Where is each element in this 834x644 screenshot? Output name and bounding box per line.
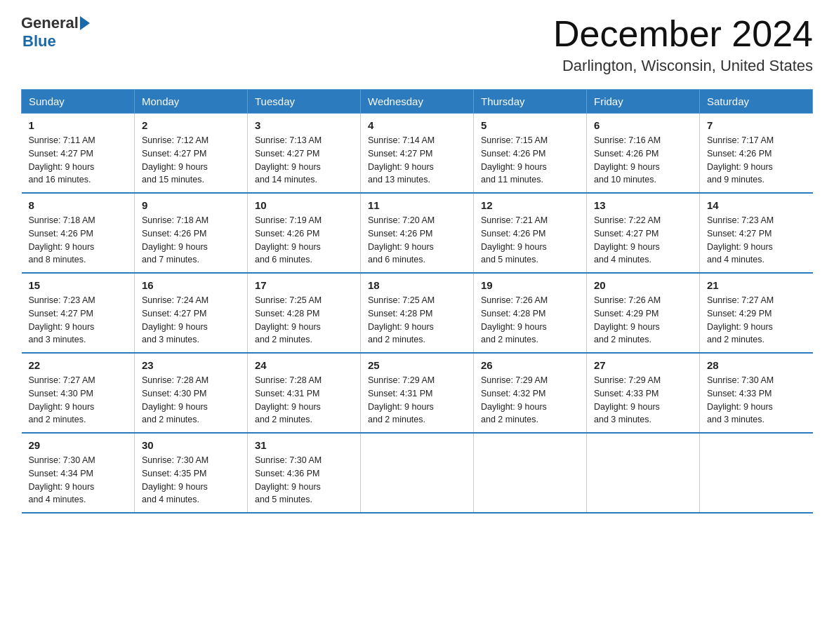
calendar-cell: 3Sunrise: 7:13 AMSunset: 4:27 PMDaylight…: [248, 114, 361, 194]
day-number: 26: [481, 359, 579, 371]
day-info: Sunrise: 7:29 AMSunset: 4:32 PMDaylight:…: [481, 374, 579, 427]
day-number: 9: [142, 199, 240, 211]
calendar-cell: 21Sunrise: 7:27 AMSunset: 4:29 PMDayligh…: [700, 273, 813, 353]
weekday-header-thursday: Thursday: [474, 90, 587, 114]
calendar-cell: [474, 433, 587, 513]
day-info: Sunrise: 7:16 AMSunset: 4:26 PMDaylight:…: [594, 134, 692, 187]
day-info: Sunrise: 7:20 AMSunset: 4:26 PMDaylight:…: [368, 214, 466, 267]
day-number: 4: [368, 119, 466, 131]
weekday-header-tuesday: Tuesday: [248, 90, 361, 114]
calendar-header-row: SundayMondayTuesdayWednesdayThursdayFrid…: [22, 90, 813, 114]
calendar-cell: 4Sunrise: 7:14 AMSunset: 4:27 PMDaylight…: [361, 114, 474, 194]
calendar-cell: [700, 433, 813, 513]
calendar-cell: 11Sunrise: 7:20 AMSunset: 4:26 PMDayligh…: [361, 193, 474, 273]
day-number: 6: [594, 119, 692, 131]
title-section: December 2024 Darlington, Wisconsin, Uni…: [553, 14, 813, 75]
day-info: Sunrise: 7:25 AMSunset: 4:28 PMDaylight:…: [368, 294, 466, 347]
day-number: 22: [29, 359, 128, 371]
day-info: Sunrise: 7:23 AMSunset: 4:27 PMDaylight:…: [707, 214, 806, 267]
day-info: Sunrise: 7:11 AMSunset: 4:27 PMDaylight:…: [29, 134, 128, 187]
calendar-cell: 10Sunrise: 7:19 AMSunset: 4:26 PMDayligh…: [248, 193, 361, 273]
calendar-cell: 23Sunrise: 7:28 AMSunset: 4:30 PMDayligh…: [135, 353, 248, 433]
day-info: Sunrise: 7:30 AMSunset: 4:36 PMDaylight:…: [255, 454, 353, 507]
calendar-cell: 27Sunrise: 7:29 AMSunset: 4:33 PMDayligh…: [587, 353, 700, 433]
calendar-cell: 16Sunrise: 7:24 AMSunset: 4:27 PMDayligh…: [135, 273, 248, 353]
day-number: 8: [29, 199, 128, 211]
calendar-cell: 15Sunrise: 7:23 AMSunset: 4:27 PMDayligh…: [22, 273, 135, 353]
day-info: Sunrise: 7:15 AMSunset: 4:26 PMDaylight:…: [481, 134, 579, 187]
day-info: Sunrise: 7:28 AMSunset: 4:30 PMDaylight:…: [142, 374, 240, 427]
calendar-cell: 9Sunrise: 7:18 AMSunset: 4:26 PMDaylight…: [135, 193, 248, 273]
calendar-cell: 12Sunrise: 7:21 AMSunset: 4:26 PMDayligh…: [474, 193, 587, 273]
calendar-cell: [361, 433, 474, 513]
day-info: Sunrise: 7:27 AMSunset: 4:29 PMDaylight:…: [707, 294, 806, 347]
day-info: Sunrise: 7:25 AMSunset: 4:28 PMDaylight:…: [255, 294, 353, 347]
calendar-cell: 29Sunrise: 7:30 AMSunset: 4:34 PMDayligh…: [22, 433, 135, 513]
day-number: 2: [142, 119, 240, 131]
day-number: 24: [255, 359, 353, 371]
day-number: 25: [368, 359, 466, 371]
day-number: 1: [29, 119, 128, 131]
calendar-cell: 1Sunrise: 7:11 AMSunset: 4:27 PMDaylight…: [22, 114, 135, 194]
day-info: Sunrise: 7:30 AMSunset: 4:34 PMDaylight:…: [29, 454, 128, 507]
day-number: 15: [29, 279, 128, 291]
day-info: Sunrise: 7:29 AMSunset: 4:33 PMDaylight:…: [594, 374, 692, 427]
day-number: 13: [594, 199, 692, 211]
day-info: Sunrise: 7:14 AMSunset: 4:27 PMDaylight:…: [368, 134, 466, 187]
day-info: Sunrise: 7:26 AMSunset: 4:29 PMDaylight:…: [594, 294, 692, 347]
day-number: 10: [255, 199, 353, 211]
logo: General Blue: [21, 14, 91, 51]
day-info: Sunrise: 7:28 AMSunset: 4:31 PMDaylight:…: [255, 374, 353, 427]
day-number: 18: [368, 279, 466, 291]
day-number: 11: [368, 199, 466, 211]
calendar-subtitle: Darlington, Wisconsin, United States: [553, 57, 813, 75]
day-info: Sunrise: 7:22 AMSunset: 4:27 PMDaylight:…: [594, 214, 692, 267]
calendar-week-row: 1Sunrise: 7:11 AMSunset: 4:27 PMDaylight…: [22, 114, 813, 194]
weekday-header-sunday: Sunday: [22, 90, 135, 114]
logo-triangle-icon: [80, 16, 90, 30]
weekday-header-wednesday: Wednesday: [361, 90, 474, 114]
day-info: Sunrise: 7:30 AMSunset: 4:35 PMDaylight:…: [142, 454, 240, 507]
logo-general-text: General: [21, 14, 79, 32]
day-number: 3: [255, 119, 353, 131]
calendar-cell: 14Sunrise: 7:23 AMSunset: 4:27 PMDayligh…: [700, 193, 813, 273]
calendar-cell: [587, 433, 700, 513]
day-info: Sunrise: 7:18 AMSunset: 4:26 PMDaylight:…: [142, 214, 240, 267]
day-number: 14: [707, 199, 806, 211]
weekday-header-monday: Monday: [135, 90, 248, 114]
day-info: Sunrise: 7:13 AMSunset: 4:27 PMDaylight:…: [255, 134, 353, 187]
day-info: Sunrise: 7:29 AMSunset: 4:31 PMDaylight:…: [368, 374, 466, 427]
calendar-cell: 28Sunrise: 7:30 AMSunset: 4:33 PMDayligh…: [700, 353, 813, 433]
day-number: 29: [29, 439, 128, 451]
calendar-week-row: 15Sunrise: 7:23 AMSunset: 4:27 PMDayligh…: [22, 273, 813, 353]
weekday-header-saturday: Saturday: [700, 90, 813, 114]
day-number: 5: [481, 119, 579, 131]
day-number: 16: [142, 279, 240, 291]
calendar-cell: 20Sunrise: 7:26 AMSunset: 4:29 PMDayligh…: [587, 273, 700, 353]
day-info: Sunrise: 7:23 AMSunset: 4:27 PMDaylight:…: [29, 294, 128, 347]
calendar-cell: 24Sunrise: 7:28 AMSunset: 4:31 PMDayligh…: [248, 353, 361, 433]
day-number: 17: [255, 279, 353, 291]
day-info: Sunrise: 7:12 AMSunset: 4:27 PMDaylight:…: [142, 134, 240, 187]
day-info: Sunrise: 7:30 AMSunset: 4:33 PMDaylight:…: [707, 374, 806, 427]
day-info: Sunrise: 7:19 AMSunset: 4:26 PMDaylight:…: [255, 214, 353, 267]
calendar-cell: 2Sunrise: 7:12 AMSunset: 4:27 PMDaylight…: [135, 114, 248, 194]
calendar-cell: 8Sunrise: 7:18 AMSunset: 4:26 PMDaylight…: [22, 193, 135, 273]
day-number: 19: [481, 279, 579, 291]
day-number: 7: [707, 119, 806, 131]
calendar-week-row: 22Sunrise: 7:27 AMSunset: 4:30 PMDayligh…: [22, 353, 813, 433]
weekday-header-friday: Friday: [587, 90, 700, 114]
calendar-title: December 2024: [553, 14, 813, 54]
day-info: Sunrise: 7:18 AMSunset: 4:26 PMDaylight:…: [29, 214, 128, 267]
calendar-cell: 5Sunrise: 7:15 AMSunset: 4:26 PMDaylight…: [474, 114, 587, 194]
day-number: 30: [142, 439, 240, 451]
day-info: Sunrise: 7:26 AMSunset: 4:28 PMDaylight:…: [481, 294, 579, 347]
calendar-week-row: 29Sunrise: 7:30 AMSunset: 4:34 PMDayligh…: [22, 433, 813, 513]
calendar-cell: 22Sunrise: 7:27 AMSunset: 4:30 PMDayligh…: [22, 353, 135, 433]
day-info: Sunrise: 7:27 AMSunset: 4:30 PMDaylight:…: [29, 374, 128, 427]
calendar-cell: 31Sunrise: 7:30 AMSunset: 4:36 PMDayligh…: [248, 433, 361, 513]
calendar-week-row: 8Sunrise: 7:18 AMSunset: 4:26 PMDaylight…: [22, 193, 813, 273]
page-header: General Blue December 2024 Darlington, W…: [21, 14, 813, 75]
calendar-cell: 7Sunrise: 7:17 AMSunset: 4:26 PMDaylight…: [700, 114, 813, 194]
day-info: Sunrise: 7:21 AMSunset: 4:26 PMDaylight:…: [481, 214, 579, 267]
